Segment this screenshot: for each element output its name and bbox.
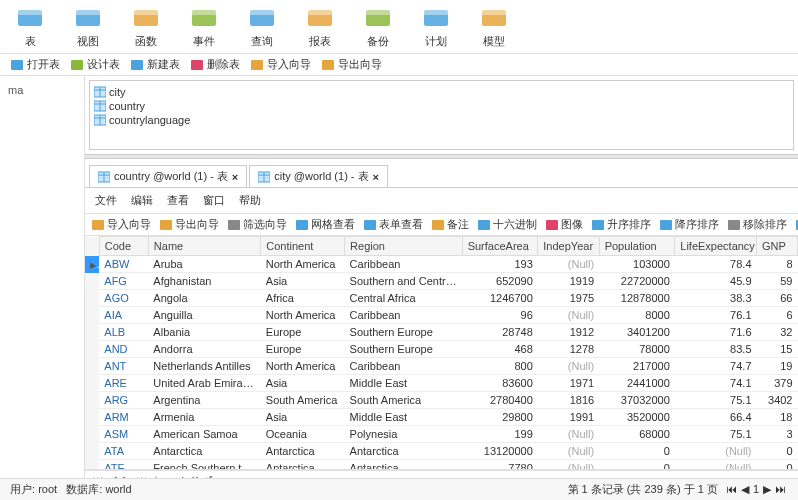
cell[interactable]: Middle East bbox=[345, 375, 463, 392]
pager-btn[interactable]: ▶ bbox=[763, 483, 771, 495]
cell[interactable]: Polynesia bbox=[345, 426, 463, 443]
cell[interactable]: Argentina bbox=[148, 392, 260, 409]
cell[interactable]: Angola bbox=[148, 290, 260, 307]
table-row[interactable]: ABWArubaNorth AmericaCaribbean193(Null)1… bbox=[85, 256, 798, 273]
col-GNP[interactable]: GNP bbox=[757, 237, 798, 256]
cell[interactable]: Middle East bbox=[345, 409, 463, 426]
cell[interactable]: Antarctica bbox=[261, 460, 345, 471]
cell[interactable]: 1919 bbox=[538, 273, 599, 290]
menu-文件[interactable]: 文件 bbox=[95, 193, 117, 208]
cell[interactable]: South America bbox=[261, 392, 345, 409]
tt-grid[interactable]: 网格查看 bbox=[295, 217, 355, 232]
cell[interactable]: Albania bbox=[148, 324, 260, 341]
cell[interactable]: 18 bbox=[757, 409, 798, 426]
cell[interactable]: North America bbox=[261, 256, 345, 273]
tt-form[interactable]: 表单查看 bbox=[363, 217, 423, 232]
tt-note[interactable]: 备注 bbox=[431, 217, 469, 232]
cell[interactable]: ATA bbox=[99, 443, 148, 460]
cell[interactable]: North America bbox=[261, 307, 345, 324]
cell[interactable]: 3 bbox=[757, 426, 798, 443]
cell[interactable]: ALB bbox=[99, 324, 148, 341]
cell[interactable]: Southern Europe bbox=[345, 324, 463, 341]
cell[interactable]: AIA bbox=[99, 307, 148, 324]
cell[interactable]: Asia bbox=[261, 273, 345, 290]
cell[interactable]: 0 bbox=[599, 443, 675, 460]
cell[interactable]: ABW bbox=[99, 256, 148, 273]
cell[interactable]: 45.9 bbox=[675, 273, 757, 290]
col-SurfaceArea[interactable]: SurfaceArea bbox=[462, 237, 538, 256]
cell[interactable]: Aruba bbox=[148, 256, 260, 273]
cell[interactable]: 0 bbox=[599, 460, 675, 471]
cell[interactable]: 1991 bbox=[538, 409, 599, 426]
cell[interactable]: United Arab Emirates bbox=[148, 375, 260, 392]
ribbon-query[interactable]: 查询 bbox=[242, 4, 282, 51]
cell[interactable]: 468 bbox=[462, 341, 538, 358]
cell[interactable]: 1971 bbox=[538, 375, 599, 392]
cell[interactable]: 78000 bbox=[599, 341, 675, 358]
cell[interactable]: 193 bbox=[462, 256, 538, 273]
cell[interactable]: Netherlands Antilles bbox=[148, 358, 260, 375]
cell[interactable]: 3401200 bbox=[599, 324, 675, 341]
tt-unsort[interactable]: 移除排序 bbox=[727, 217, 787, 232]
cell[interactable]: 800 bbox=[462, 358, 538, 375]
cell[interactable]: (Null) bbox=[538, 443, 599, 460]
new-table[interactable]: 新建表 bbox=[130, 57, 180, 72]
cell[interactable]: Antarctica bbox=[345, 460, 463, 471]
table-row[interactable]: ASMAmerican SamoaOceaniaPolynesia199(Nul… bbox=[85, 426, 798, 443]
ribbon-table[interactable]: 表 bbox=[10, 4, 50, 51]
tt-asc[interactable]: 升序排序 bbox=[591, 217, 651, 232]
col-IndepYear[interactable]: IndepYear bbox=[538, 237, 599, 256]
cell[interactable]: 15 bbox=[757, 341, 798, 358]
cell[interactable]: American Samoa bbox=[148, 426, 260, 443]
ribbon-schedule[interactable]: 计划 bbox=[416, 4, 456, 51]
cell[interactable]: Andorra bbox=[148, 341, 260, 358]
table-row[interactable]: AGOAngolaAfricaCentral Africa12467001975… bbox=[85, 290, 798, 307]
cell[interactable]: 379 bbox=[757, 375, 798, 392]
cell[interactable]: Southern Europe bbox=[345, 341, 463, 358]
open-table[interactable]: 打开表 bbox=[10, 57, 60, 72]
table-row[interactable]: ANDAndorraEuropeSouthern Europe468127878… bbox=[85, 341, 798, 358]
menu-查看[interactable]: 查看 bbox=[167, 193, 189, 208]
table-item-country[interactable]: country bbox=[94, 99, 789, 113]
table-row[interactable]: ATFFrench Southern territoriesAntarctica… bbox=[85, 460, 798, 471]
cell[interactable]: 652090 bbox=[462, 273, 538, 290]
cell[interactable]: 32 bbox=[757, 324, 798, 341]
table-row[interactable]: ATAAntarcticaAntarcticaAntarctica1312000… bbox=[85, 443, 798, 460]
cell[interactable]: 76.1 bbox=[675, 307, 757, 324]
cell[interactable]: 75.1 bbox=[675, 426, 757, 443]
cell[interactable]: ANT bbox=[99, 358, 148, 375]
cell[interactable]: 8 bbox=[757, 256, 798, 273]
menu-窗口[interactable]: 窗口 bbox=[203, 193, 225, 208]
cell[interactable]: (Null) bbox=[538, 307, 599, 324]
cell[interactable]: Anguilla bbox=[148, 307, 260, 324]
cell[interactable]: Oceania bbox=[261, 426, 345, 443]
cell[interactable]: 83.5 bbox=[675, 341, 757, 358]
cell[interactable]: Southern and Central Asia bbox=[345, 273, 463, 290]
tab-city-close[interactable]: × bbox=[373, 171, 379, 183]
data-grid[interactable]: CodeNameContinentRegionSurfaceAreaIndepY… bbox=[85, 236, 798, 470]
cell[interactable]: 71.6 bbox=[675, 324, 757, 341]
cell[interactable]: 59 bbox=[757, 273, 798, 290]
cell[interactable]: Armenia bbox=[148, 409, 260, 426]
cell[interactable]: 8000 bbox=[599, 307, 675, 324]
cell[interactable]: 38.3 bbox=[675, 290, 757, 307]
cell[interactable]: 74.1 bbox=[675, 375, 757, 392]
cell[interactable]: 0 bbox=[757, 443, 798, 460]
cell[interactable]: Caribbean bbox=[345, 256, 463, 273]
tt-hex[interactable]: 十六进制 bbox=[477, 217, 537, 232]
cell[interactable]: (Null) bbox=[538, 256, 599, 273]
cell[interactable]: Asia bbox=[261, 409, 345, 426]
col-LifeExpectancy[interactable]: LifeExpectancy bbox=[675, 237, 757, 256]
tab-country[interactable]: country @world (1) - 表× bbox=[89, 165, 247, 187]
cell[interactable]: Caribbean bbox=[345, 307, 463, 324]
cell[interactable]: ARM bbox=[99, 409, 148, 426]
cell[interactable]: 3402 bbox=[757, 392, 798, 409]
cell[interactable]: 13120000 bbox=[462, 443, 538, 460]
ribbon-backup[interactable]: 备份 bbox=[358, 4, 398, 51]
table-row[interactable]: AREUnited Arab EmiratesAsiaMiddle East83… bbox=[85, 375, 798, 392]
cell[interactable]: Africa bbox=[261, 290, 345, 307]
table-row[interactable]: ANTNetherlands AntillesNorth AmericaCari… bbox=[85, 358, 798, 375]
cell[interactable]: 75.1 bbox=[675, 392, 757, 409]
pager-btn[interactable]: ⏭ bbox=[775, 483, 786, 495]
tt-desc[interactable]: 降序排序 bbox=[659, 217, 719, 232]
